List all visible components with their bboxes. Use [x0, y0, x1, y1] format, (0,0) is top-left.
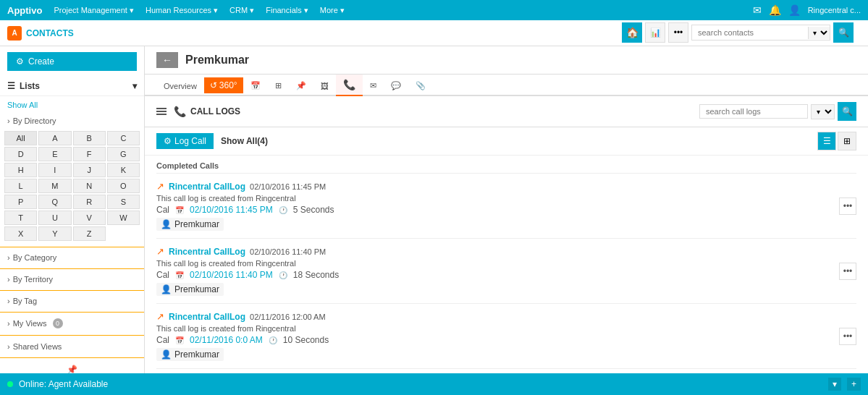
search-button[interactable]: 🔍	[833, 22, 854, 43]
contact-tag[interactable]: 👤 Premkumar	[156, 283, 224, 296]
call-log-title-link[interactable]: Rincentral CallLog	[169, 247, 245, 257]
contact-name-tag: Premkumar	[174, 349, 219, 360]
letter-o[interactable]: O	[107, 179, 140, 193]
sidebar-shared-views[interactable]: Shared Views	[0, 339, 144, 354]
call-date-link[interactable]: 02/10/2016 11:40 PM	[190, 270, 273, 280]
letter-x[interactable]: X	[4, 226, 37, 241]
hamburger-menu[interactable]	[156, 108, 167, 115]
bottom-chevron-button[interactable]: ▾	[828, 378, 841, 391]
call-log-title-link[interactable]: Rincentral CallLog	[169, 312, 245, 322]
call-log-meta: Cal 📅 02/10/2016 11:40 PM 🕐 18 Seconds	[156, 270, 856, 280]
tab-email[interactable]: ✉	[363, 77, 384, 96]
letter-a[interactable]: A	[38, 131, 71, 145]
tab-overview[interactable]: Overview	[156, 77, 204, 96]
nav-more[interactable]: More ▾	[320, 6, 345, 15]
call-date-link[interactable]: 02/10/2016 11:45 PM	[190, 205, 273, 215]
log-more-button[interactable]: •••	[839, 328, 856, 345]
search-contacts-wrap: ▾	[691, 25, 830, 41]
letter-p[interactable]: P	[4, 195, 37, 209]
tab-calendar[interactable]: 📅	[243, 77, 268, 96]
search-type-select[interactable]: ▾	[808, 27, 830, 39]
letter-f[interactable]: F	[73, 147, 106, 161]
nav-financials[interactable]: Financials ▾	[266, 6, 308, 15]
header-bar: A CONTACTS 🏠 📊 ••• ▾ 🔍	[0, 20, 868, 46]
letter-v[interactable]: V	[73, 211, 106, 225]
back-button[interactable]: ←	[156, 52, 178, 68]
search-contacts-input[interactable]	[692, 25, 808, 40]
grid-view-button[interactable]: ⊞	[838, 132, 856, 150]
create-button[interactable]: ⚙ Create	[7, 52, 137, 71]
analytics-button[interactable]: 📊	[645, 22, 665, 43]
table-row: ↗ Rincentral CallLog 02/10/2016 11:40 PM…	[156, 239, 856, 304]
letter-s[interactable]: S	[107, 195, 140, 209]
letter-z[interactable]: Z	[73, 226, 106, 241]
letter-b[interactable]: B	[73, 131, 106, 145]
call-logs-title: 📞 CALL LOGS	[174, 106, 240, 117]
letter-r[interactable]: R	[73, 195, 106, 209]
search-call-logs-input[interactable]	[699, 104, 808, 119]
user-icon[interactable]: 👤	[788, 4, 801, 16]
call-logs-search-button[interactable]: 🔍	[838, 102, 856, 121]
letter-t[interactable]: T	[4, 211, 37, 225]
bell-icon[interactable]: 🔔	[769, 4, 781, 16]
table-row: ↗ Rincentral CallLog 02/11/2016 12:00 AM…	[156, 304, 856, 369]
letter-q[interactable]: Q	[38, 195, 71, 209]
letter-w[interactable]: W	[107, 211, 140, 225]
tab-attachment[interactable]: 📎	[408, 77, 433, 96]
call-log-title-link[interactable]: Rincentral CallLog	[169, 182, 245, 192]
table-row: ↗ Rincentral CallLog 02/10/2016 11:58 PM…	[156, 369, 856, 373]
tab-image[interactable]: 🖼	[313, 77, 336, 96]
letter-i[interactable]: I	[38, 163, 71, 177]
sidebar-by-tag[interactable]: By Tag	[0, 293, 144, 309]
tab-phone[interactable]: 📞	[336, 75, 363, 96]
nav-human-resources[interactable]: Human Resources ▾	[146, 6, 218, 15]
bottom-plus-button[interactable]: +	[847, 378, 861, 391]
letter-c[interactable]: C	[107, 131, 140, 145]
letter-u[interactable]: U	[38, 211, 71, 225]
clock-icon: 🕐	[279, 206, 287, 214]
show-all-link[interactable]: Show All	[0, 96, 144, 114]
letter-l[interactable]: L	[4, 179, 37, 193]
tab-pin[interactable]: 📌	[289, 77, 313, 96]
table-row: ↗ Rincentral CallLog 02/10/2016 11:45 PM…	[156, 174, 856, 239]
contact-tag[interactable]: 👤 Premkumar	[156, 348, 224, 361]
letter-h[interactable]: H	[4, 163, 37, 177]
nav-project-management[interactable]: Project Management ▾	[54, 6, 134, 15]
letter-k[interactable]: K	[107, 163, 140, 177]
call-date-link[interactable]: 02/11/2016 0:0 AM	[190, 335, 263, 345]
lists-section-header[interactable]: ☰ Lists ▾	[0, 77, 144, 96]
letter-g[interactable]: G	[107, 147, 140, 161]
contact-name-tag: Premkumar	[174, 219, 219, 229]
calendar-icon: 📅	[175, 336, 184, 344]
sidebar-by-territory[interactable]: By Territory	[0, 271, 144, 287]
letter-n[interactable]: N	[73, 179, 106, 193]
lists-label: Lists	[20, 81, 40, 91]
status-dot	[7, 381, 13, 387]
letter-m[interactable]: M	[38, 179, 71, 193]
home-button[interactable]: 🏠	[622, 22, 642, 43]
nav-crm[interactable]: CRM ▾	[229, 6, 254, 15]
list-view-button[interactable]: ☰	[817, 132, 836, 150]
tab-chat[interactable]: 💬	[384, 77, 408, 96]
sidebar-by-category[interactable]: By Category	[0, 250, 144, 266]
call-arrow-icon: ↗	[156, 311, 164, 322]
tab-grid[interactable]: ⊞	[268, 77, 289, 96]
useful-links[interactable]: 📌 Useful Links ›	[0, 360, 145, 373]
message-icon[interactable]: ✉	[753, 4, 762, 16]
letter-j[interactable]: J	[73, 163, 106, 177]
letter-y[interactable]: Y	[38, 226, 71, 241]
call-log-datetime: 02/10/2016 11:40 PM	[250, 247, 326, 256]
call-logs-search-type[interactable]: ▾	[811, 104, 835, 119]
sidebar-my-views[interactable]: My Views 0	[0, 315, 144, 332]
letter-d[interactable]: D	[4, 147, 37, 161]
log-more-button[interactable]: •••	[839, 263, 856, 280]
letter-e[interactable]: E	[38, 147, 71, 161]
tab-360[interactable]: ↺ 360°	[204, 77, 243, 93]
log-more-button[interactable]: •••	[839, 198, 856, 215]
letter-all[interactable]: All	[4, 131, 37, 145]
log-call-button[interactable]: ⚙ Log Call	[156, 133, 214, 149]
more-options-button[interactable]: •••	[668, 22, 688, 43]
completed-calls-title: Completed Calls	[156, 156, 856, 174]
contact-tag[interactable]: 👤 Premkumar	[156, 218, 224, 231]
call-log-meta: Cal 📅 02/10/2016 11:45 PM 🕐 5 Seconds	[156, 205, 856, 215]
